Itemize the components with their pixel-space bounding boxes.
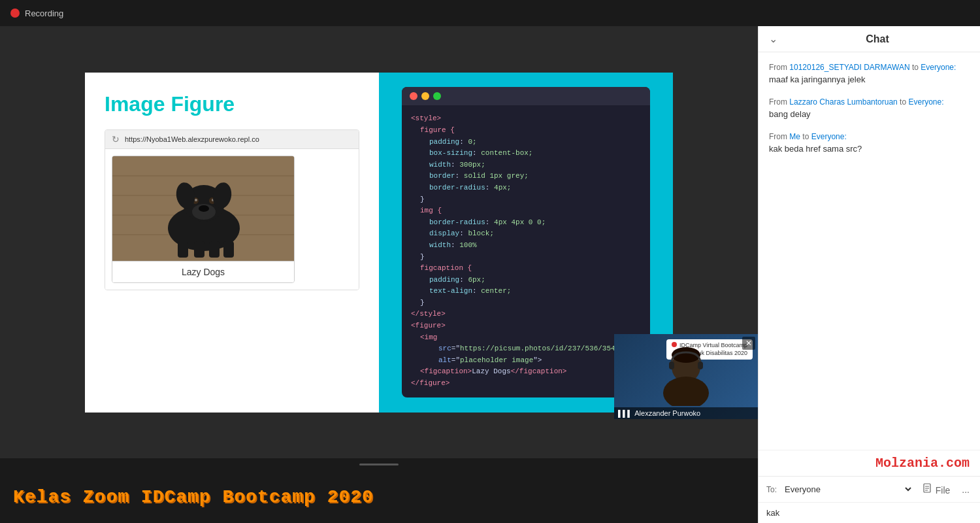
file-label: File (936, 485, 951, 496)
dog-image (112, 156, 295, 261)
slide-left: Image Figure ↻ https://Nyoba1Web.alexzpu… (85, 73, 379, 413)
chat-to-select[interactable]: Everyone (782, 484, 913, 495)
chat-message-2: From Lazzaro Charas Lumbantoruan to Ever… (769, 97, 970, 120)
chat-message-3: From Me to Everyone: kak beda href sama … (769, 132, 970, 155)
svg-rect-23 (669, 362, 674, 369)
svg-rect-16 (178, 241, 188, 258)
chat-file-button[interactable]: File (919, 482, 954, 497)
browser-toolbar: ↻ https://Nyoba1Web.alexzpurewoko.repl.c… (105, 130, 359, 149)
recording-dot (10, 8, 20, 18)
recording-label: Recording (25, 8, 63, 18)
code-content: <style> figure { padding: 0; box-sizing:… (402, 105, 650, 397)
svg-rect-19 (223, 241, 234, 258)
chat-input-to-row: To: Everyone File ... (759, 477, 980, 503)
minimize-dot (421, 92, 429, 100)
slide: Image Figure ↻ https://Nyoba1Web.alexzpu… (85, 73, 673, 413)
sender-1: 10120126_SETYADI DARMAWAN (789, 63, 909, 72)
chat-message-text-1: maaf ka jaringannya jelek (769, 74, 970, 86)
chat-messages: From 10120126_SETYADI DARMAWAN to Everyo… (759, 52, 980, 450)
video-close-button[interactable]: ✕ (742, 337, 755, 350)
signal-icon: ▌▌▌ (618, 410, 632, 417)
bottom-bar: Kelas Zoom IDCamp Bootcamp 2020 (0, 471, 758, 523)
svg-rect-24 (698, 362, 703, 369)
svg-rect-18 (209, 241, 220, 258)
main-layout: Image Figure ↻ https://Nyoba1Web.alexzpu… (0, 26, 980, 523)
video-thumbnail: IDCamp Virtual Bootcamp untuk Disabilita… (614, 334, 758, 419)
close-dot (410, 92, 417, 100)
to-everyone-1: Everyone: (921, 63, 956, 72)
to-everyone-2: Everyone: (908, 97, 943, 107)
chat-input-row (759, 503, 980, 523)
chat-message-text-3: kak beda href sama src? (769, 143, 970, 155)
presentation-area: Image Figure ↻ https://Nyoba1Web.alexzpu… (0, 26, 758, 523)
sender-3: Me (789, 132, 800, 141)
code-editor-titlebar (402, 87, 650, 105)
chat-header: ⌄ Chat (759, 26, 980, 52)
chat-title: Chat (785, 33, 970, 45)
svg-point-21 (663, 377, 709, 406)
chat-more-button[interactable]: ... (959, 483, 972, 496)
video-label: ▌▌▌ Alexzander Purwoko (614, 407, 758, 419)
browser-url: https://Nyoba1Web.alexzpurewoko.repl.co (125, 135, 259, 143)
watermark-text: Molzania.com (875, 456, 970, 471)
code-editor: <style> figure { padding: 0; box-sizing:… (402, 87, 650, 397)
slide-container: Image Figure ↻ https://Nyoba1Web.alexzpu… (0, 26, 758, 458)
video-bg: IDCamp Virtual Bootcamp untuk Disabilita… (614, 334, 758, 419)
svg-point-9 (199, 205, 209, 212)
top-bar: Recording (0, 0, 980, 26)
right-panel: ⌄ Chat From 10120126_SETYADI DARMAWAN to… (758, 26, 980, 523)
chat-message-from-1: From 10120126_SETYADI DARMAWAN to Everyo… (769, 63, 970, 72)
browser-content: Lazy Dogs (105, 149, 359, 290)
chat-message-from-2: From Lazzaro Charas Lumbantoruan to Ever… (769, 97, 970, 107)
chat-collapse-icon[interactable]: ⌄ (769, 33, 777, 45)
browser-preview: ↻ https://Nyoba1Web.alexzpurewoko.repl.c… (105, 129, 359, 290)
slide-progress-bar (359, 464, 399, 465)
chat-message: From 10120126_SETYADI DARMAWAN to Everyo… (769, 63, 970, 86)
svg-point-12 (195, 199, 197, 201)
slide-title: Image Figure (105, 92, 359, 116)
to-everyone-3: Everyone: (811, 132, 847, 141)
refresh-icon[interactable]: ↻ (112, 134, 120, 144)
chat-message-text-2: bang delay (769, 109, 970, 120)
chat-text-input[interactable] (766, 508, 972, 518)
chat-to-label: To: (766, 485, 777, 494)
bootcamp-title: Kelas Zoom IDCamp Bootcamp 2020 (13, 487, 374, 507)
sender-2: Lazzaro Charas Lumbantoruan (789, 97, 897, 107)
dog-caption: Lazy Dogs (112, 261, 294, 282)
speaker-name: Alexzander Purwoko (634, 409, 700, 417)
watermark-area: Molzania.com (759, 450, 980, 476)
progress-bar-area (0, 458, 758, 471)
svg-rect-17 (194, 241, 204, 258)
chat-input-area: To: Everyone File ... (759, 476, 980, 523)
chat-message-from-3: From Me to Everyone: (769, 132, 970, 141)
maximize-dot (433, 92, 441, 100)
dog-image-container: Lazy Dogs (112, 156, 295, 283)
